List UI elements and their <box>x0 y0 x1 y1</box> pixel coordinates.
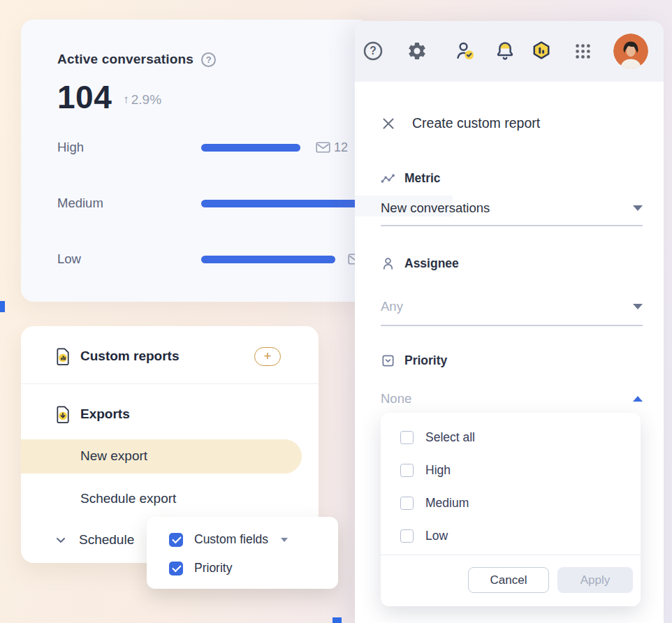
dropdown-option-label: Low <box>425 529 448 543</box>
priority-dropdown-icon <box>381 353 395 368</box>
header-icon-strip: ? <box>355 21 664 82</box>
priority-row-high: High 12 <box>57 138 370 156</box>
field-label-text: Assignee <box>404 256 459 271</box>
nav-label: New export <box>80 448 147 464</box>
priority-row-medium: Medium <box>57 194 370 212</box>
metric-select[interactable]: New conversations <box>381 198 643 219</box>
select-value: None <box>381 391 411 406</box>
help-tooltip-icon[interactable]: ? <box>201 52 216 67</box>
create-report-panel: ? <box>355 21 664 623</box>
priority-label: High <box>57 140 201 155</box>
checkbox-checked-icon[interactable] <box>169 533 183 547</box>
apply-button[interactable]: Apply <box>557 567 633 593</box>
checkbox-empty-icon[interactable] <box>400 431 414 444</box>
dropdown-option-label: Medium <box>425 496 469 511</box>
priority-bar <box>201 144 300 152</box>
active-conversations-card: Active conversations ? 104 ↑ 2.9% High 1… <box>21 20 370 302</box>
checkbox-checked-icon[interactable] <box>169 562 183 576</box>
field-label-text: Metric <box>404 171 441 186</box>
dropdown-option-select-all[interactable]: Select all <box>400 427 475 448</box>
popup-option-label: Custom fields <box>194 532 268 547</box>
apps-grid-icon[interactable] <box>570 38 595 64</box>
custom-reports-icon <box>54 347 72 366</box>
user-check-icon[interactable] <box>453 38 478 64</box>
metric-delta: ↑ 2.9% <box>123 92 161 108</box>
caret-down-icon[interactable] <box>281 538 288 542</box>
priority-label: Low <box>57 251 201 267</box>
card-header: Active conversations ? <box>57 52 216 67</box>
fields-popup: Custom fields Priority <box>147 517 338 589</box>
dropdown-option-label: Select all <box>425 430 475 445</box>
field-label-assignee: Assignee <box>381 256 459 271</box>
assignee-select[interactable]: Any <box>381 296 643 317</box>
nav-label: Custom reports <box>80 349 179 364</box>
user-avatar[interactable] <box>613 34 648 68</box>
priority-bar <box>201 200 363 207</box>
nav-item-exports[interactable]: Exports <box>21 403 319 425</box>
chevron-down-icon <box>56 537 66 543</box>
checkbox-empty-icon[interactable] <box>400 529 414 543</box>
field-label-text: Priority <box>404 353 447 368</box>
panel-title: Create custom report <box>412 115 540 131</box>
chevron-up-icon <box>633 396 643 402</box>
popup-option-custom-fields[interactable]: Custom fields <box>169 532 288 547</box>
priority-select[interactable]: None <box>381 388 643 409</box>
metric-chart-icon <box>381 173 395 184</box>
card-title: Active conversations <box>57 52 193 67</box>
field-label-metric: Metric <box>381 171 441 186</box>
nav-label: Schedule export <box>80 491 176 506</box>
exports-icon <box>54 405 72 424</box>
nav-item-schedule-export[interactable]: Schedule export <box>21 488 319 510</box>
selection-handle <box>0 301 5 312</box>
nav-item-new-export[interactable]: New export <box>21 445 319 467</box>
checkbox-empty-icon[interactable] <box>400 497 414 510</box>
mail-count: 12 <box>316 140 348 155</box>
checkbox-empty-icon[interactable] <box>400 464 414 477</box>
nav-label: Exports <box>80 406 130 422</box>
add-report-button[interactable]: + <box>254 347 281 366</box>
popup-option-label: Priority <box>194 561 232 576</box>
dropdown-option-high[interactable]: High <box>400 460 451 481</box>
priority-row-low: Low <box>57 250 370 268</box>
cancel-button[interactable]: Cancel <box>468 567 549 593</box>
mail-count-value: 12 <box>334 140 348 155</box>
chevron-down-icon <box>633 304 643 309</box>
dropdown-option-label: High <box>425 463 451 478</box>
metric-value: 104 <box>57 78 112 116</box>
nav-label: Schedule <box>79 532 134 548</box>
notifications-bell-icon[interactable] <box>492 38 518 64</box>
settings-gear-icon[interactable] <box>404 38 430 64</box>
delta-value: 2.9% <box>131 92 161 108</box>
selection-handle <box>333 617 342 623</box>
close-icon[interactable] <box>381 116 396 131</box>
help-icon[interactable]: ? <box>360 38 386 64</box>
select-value: Any <box>381 299 403 314</box>
chevron-down-icon <box>633 205 643 211</box>
divider <box>21 383 319 384</box>
dropdown-option-medium[interactable]: Medium <box>400 492 469 513</box>
popup-option-priority[interactable]: Priority <box>169 561 232 576</box>
field-label-priority: Priority <box>381 353 447 368</box>
assignee-person-icon <box>381 256 395 271</box>
field-underline <box>381 225 643 226</box>
divider <box>381 555 641 555</box>
screen: Active conversations ? 104 ↑ 2.9% High 1… <box>0 0 672 623</box>
create-report-form: Create custom report Metric New conversa… <box>355 82 664 623</box>
priority-label: Medium <box>57 196 201 211</box>
delta-up-icon: ↑ <box>123 93 129 107</box>
priority-dropdown-panel: Select all High Medium Low Cancel Apply <box>381 413 641 606</box>
dropdown-option-low[interactable]: Low <box>400 525 448 546</box>
envelope-icon <box>316 142 330 153</box>
field-underline <box>381 325 643 326</box>
app-logo-icon[interactable] <box>529 38 554 64</box>
select-value: New conversations <box>381 200 490 216</box>
metric-line: 104 ↑ 2.9% <box>57 78 161 116</box>
priority-bar <box>201 256 335 263</box>
svg-text:?: ? <box>370 45 377 57</box>
nav-item-custom-reports[interactable]: Custom reports + <box>21 345 319 367</box>
